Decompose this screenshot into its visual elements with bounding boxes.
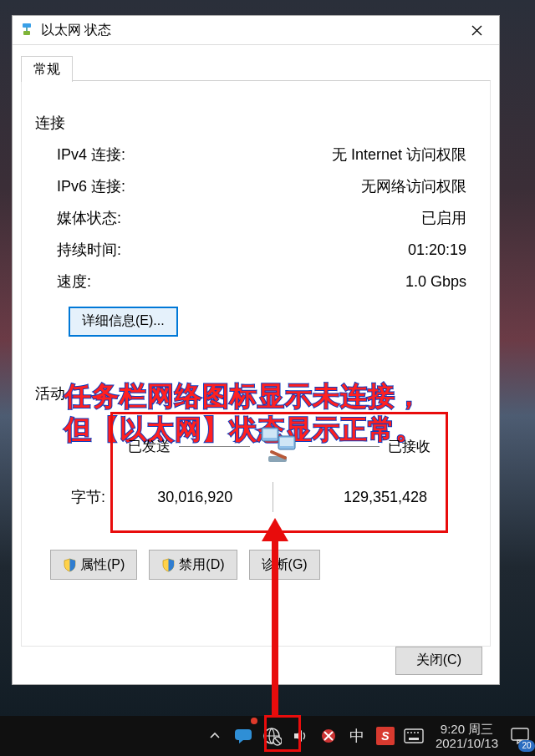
label-ipv4: IPv4 连接: bbox=[57, 145, 174, 165]
received-bytes: 129,351,428 bbox=[273, 489, 436, 506]
network-activity-icon bbox=[258, 424, 300, 469]
bytes-label: 字节: bbox=[71, 487, 118, 507]
disable-label: 禁用(D) bbox=[179, 552, 224, 577]
svg-rect-2 bbox=[23, 31, 30, 35]
annotation-tray-highlight bbox=[264, 715, 301, 752]
shield-icon bbox=[161, 558, 176, 572]
connection-heading: 连接 bbox=[35, 113, 478, 133]
row-speed: 速度: 1.0 Gbps bbox=[33, 271, 478, 292]
svg-rect-13 bbox=[405, 729, 423, 743]
clock-day: 周三 bbox=[468, 722, 493, 736]
shield-icon bbox=[63, 558, 77, 572]
chat-notif-dot bbox=[251, 718, 257, 724]
security-icon[interactable] bbox=[317, 716, 340, 756]
value-duration: 01:20:19 bbox=[174, 241, 478, 259]
label-speed: 速度: bbox=[57, 271, 174, 292]
sent-label: 已发送 bbox=[128, 437, 171, 456]
row-ipv6: IPv6 连接: 无网络访问权限 bbox=[33, 176, 478, 196]
svg-rect-6 bbox=[280, 438, 293, 446]
ime-indicator[interactable]: 中 bbox=[345, 716, 369, 756]
tray-overflow-button[interactable] bbox=[203, 716, 227, 756]
properties-button[interactable]: 属性(P) bbox=[50, 550, 137, 580]
properties-label: 属性(P) bbox=[80, 552, 125, 577]
titlebar-title: 以太网 状态 bbox=[41, 22, 111, 39]
annotation-arrow bbox=[267, 518, 283, 717]
annotation-line-1: 任务栏网络图标显示未连接， bbox=[64, 379, 491, 413]
tab-general[interactable]: 常规 bbox=[21, 56, 73, 82]
activity-block: 已发送 已接收 bbox=[110, 412, 448, 533]
sogou-ime-icon[interactable]: S bbox=[374, 716, 397, 756]
svg-rect-8 bbox=[235, 729, 252, 740]
close-button[interactable] bbox=[457, 16, 496, 44]
svg-rect-0 bbox=[23, 23, 31, 28]
tab-pane: 连接 IPv4 连接: 无 Internet 访问权限 IPv6 连接: 无网络… bbox=[21, 80, 491, 647]
chat-icon[interactable] bbox=[232, 716, 255, 756]
taskbar-clock[interactable]: 9:20周三 2021/10/13 bbox=[431, 716, 503, 756]
value-ipv4: 无 Internet 访问权限 bbox=[174, 145, 478, 165]
ethernet-icon bbox=[19, 23, 34, 38]
svg-rect-4 bbox=[263, 429, 277, 438]
svg-point-18 bbox=[417, 732, 419, 733]
clock-time: 9:20 bbox=[441, 722, 465, 736]
row-media-state: 媒体状态: 已启用 bbox=[33, 208, 478, 228]
details-button[interactable]: 详细信息(E)... bbox=[69, 307, 178, 337]
received-label: 已接收 bbox=[388, 437, 431, 456]
row-ipv4: IPv4 连接: 无 Internet 访问权限 bbox=[33, 145, 478, 165]
value-media-state: 已启用 bbox=[174, 208, 478, 228]
value-ipv6: 无网络访问权限 bbox=[174, 176, 478, 196]
svg-point-15 bbox=[407, 732, 409, 733]
touch-keyboard-icon[interactable] bbox=[402, 716, 425, 756]
titlebar: 以太网 状态 bbox=[13, 16, 499, 45]
label-ipv6: IPv6 连接: bbox=[57, 176, 174, 196]
label-duration: 持续时间: bbox=[57, 240, 174, 260]
svg-rect-14 bbox=[409, 738, 419, 740]
action-center-icon[interactable]: 20 bbox=[508, 716, 532, 756]
diagnose-button[interactable]: 诊断(G) bbox=[249, 550, 320, 580]
action-center-badge: 20 bbox=[518, 740, 535, 752]
value-speed: 1.0 Gbps bbox=[174, 273, 478, 291]
clock-date: 2021/10/13 bbox=[436, 736, 498, 750]
dialog-close-button[interactable]: 关闭(C) bbox=[395, 647, 482, 675]
label-media-state: 媒体状态: bbox=[57, 208, 174, 228]
ethernet-status-dialog: 以太网 状态 常规 连接 IPv4 连接: 无 Internet 访问权限 IP… bbox=[12, 15, 500, 685]
svg-rect-1 bbox=[26, 28, 28, 31]
svg-point-17 bbox=[414, 732, 415, 733]
row-duration: 持续时间: 01:20:19 bbox=[33, 240, 478, 260]
sent-bytes: 30,016,920 bbox=[118, 489, 273, 506]
disable-button[interactable]: 禁用(D) bbox=[149, 550, 237, 580]
svg-point-16 bbox=[410, 732, 412, 733]
svg-rect-19 bbox=[512, 728, 528, 740]
